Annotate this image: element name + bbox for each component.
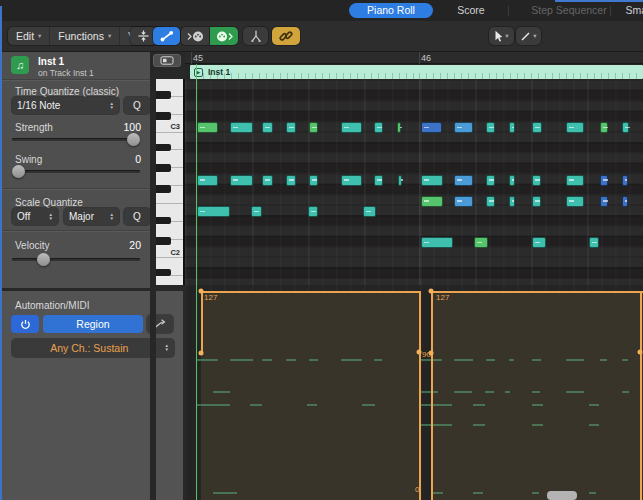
automation-lane[interactable]: 127127900 xyxy=(185,285,643,500)
midi-note[interactable] xyxy=(262,175,273,186)
midi-note[interactable] xyxy=(309,175,318,186)
tab-piano-roll[interactable]: Piano Roll xyxy=(349,3,433,18)
automation-point[interactable] xyxy=(199,289,204,294)
midi-note[interactable] xyxy=(286,122,297,133)
tab-score[interactable]: Score xyxy=(441,3,501,18)
scrollbar-thumb[interactable] xyxy=(547,491,577,500)
midi-note[interactable] xyxy=(486,122,496,133)
swing-slider-thumb[interactable] xyxy=(12,165,25,178)
midi-note[interactable] xyxy=(600,122,609,133)
midi-note[interactable] xyxy=(474,237,488,248)
midi-note[interactable] xyxy=(363,206,377,217)
midi-note[interactable] xyxy=(286,175,297,186)
midi-note[interactable] xyxy=(197,206,230,217)
automation-region-right-edge[interactable] xyxy=(640,291,642,500)
piano-key-black[interactable] xyxy=(156,269,171,276)
automation-point[interactable] xyxy=(417,350,422,355)
automation-region-left-edge[interactable] xyxy=(431,291,433,500)
link-button[interactable] xyxy=(272,27,300,45)
midi-note[interactable] xyxy=(566,175,585,186)
midi-note[interactable] xyxy=(566,122,585,133)
midi-note[interactable] xyxy=(486,175,495,186)
bar-ruler[interactable]: 4546 xyxy=(185,52,643,64)
midi-note[interactable] xyxy=(230,175,253,186)
time-quantize-select[interactable]: 1/16 Note ▲▼ xyxy=(12,97,119,114)
pencil-tool-button[interactable]: ▾ xyxy=(516,27,541,45)
menu-functions[interactable]: Functions▾ xyxy=(50,27,120,45)
automation-point[interactable] xyxy=(429,289,434,294)
piano-key-black[interactable] xyxy=(156,91,171,98)
no-overlap-button[interactable] xyxy=(243,27,268,45)
automation-region-fill[interactable] xyxy=(201,291,419,500)
scale-root-select[interactable]: Off ▲▼ xyxy=(12,208,58,225)
midi-out-button[interactable] xyxy=(209,27,238,45)
midi-note[interactable] xyxy=(308,206,318,217)
pointer-tool-button[interactable]: ▾ xyxy=(489,27,514,45)
midi-note[interactable] xyxy=(454,175,473,186)
automation-region-left-edge[interactable] xyxy=(201,291,203,353)
swing-slider[interactable] xyxy=(12,170,140,173)
tab-step-sequencer[interactable]: Step Sequencer xyxy=(514,3,624,18)
region-strip[interactable]: ▶ Inst 1 xyxy=(190,65,643,79)
midi-note[interactable] xyxy=(532,237,546,248)
midi-note[interactable] xyxy=(600,175,608,186)
piano-keyboard[interactable]: C3C2 xyxy=(156,79,185,285)
time-quantize-apply-button[interactable]: Q xyxy=(124,97,150,114)
piano-key-black[interactable] xyxy=(156,185,171,192)
midi-note[interactable] xyxy=(421,175,443,186)
automation-value-line[interactable] xyxy=(431,291,643,293)
velocity-slider-thumb[interactable] xyxy=(37,253,50,266)
scale-type-select[interactable]: Major ▲▼ xyxy=(64,208,119,225)
midi-note[interactable] xyxy=(197,122,218,133)
scale-quantize-apply-button[interactable]: Q xyxy=(124,208,150,225)
midi-note[interactable] xyxy=(532,175,541,186)
midi-in-button[interactable] xyxy=(181,27,209,45)
midi-note[interactable] xyxy=(341,175,363,186)
menu-edit[interactable]: Edit▾ xyxy=(8,27,50,45)
strength-slider[interactable] xyxy=(12,138,140,141)
piano-key-black[interactable] xyxy=(156,112,171,119)
note-grid[interactable] xyxy=(185,79,643,285)
midi-note[interactable] xyxy=(532,122,542,133)
midi-note[interactable] xyxy=(397,122,401,133)
midi-note[interactable] xyxy=(230,122,253,133)
midi-note[interactable] xyxy=(532,196,541,207)
midi-note[interactable] xyxy=(509,196,515,207)
midi-note[interactable] xyxy=(600,196,608,207)
midi-note[interactable] xyxy=(374,175,383,186)
midi-note[interactable] xyxy=(341,122,362,133)
automation-power-button[interactable] xyxy=(11,315,39,333)
midi-note[interactable] xyxy=(374,122,384,133)
midi-note[interactable] xyxy=(589,237,599,248)
automation-region-button[interactable]: Region xyxy=(43,315,143,333)
strength-slider-thumb[interactable] xyxy=(127,133,140,146)
playhead[interactable] xyxy=(196,64,198,500)
piano-key-black[interactable] xyxy=(156,217,171,224)
automation-value-line[interactable] xyxy=(201,291,419,293)
midi-note[interactable] xyxy=(454,122,473,133)
midi-note[interactable] xyxy=(309,122,319,133)
midi-note[interactable] xyxy=(421,122,442,133)
midi-note[interactable] xyxy=(421,237,453,248)
automation-point[interactable] xyxy=(199,351,204,356)
midi-note[interactable] xyxy=(622,196,629,207)
midi-note[interactable] xyxy=(197,175,218,186)
piano-key-black[interactable] xyxy=(156,144,171,151)
velocity-slider[interactable] xyxy=(12,258,140,261)
midi-note[interactable] xyxy=(622,175,629,186)
details-toggle-button[interactable] xyxy=(153,54,181,67)
midi-note[interactable] xyxy=(486,196,495,207)
midi-note[interactable] xyxy=(454,196,473,207)
midi-draw-button[interactable] xyxy=(153,27,180,45)
piano-key-black[interactable] xyxy=(156,164,171,171)
midi-note[interactable] xyxy=(566,196,585,207)
midi-note[interactable] xyxy=(509,175,515,186)
midi-note[interactable] xyxy=(421,196,443,207)
midi-note[interactable] xyxy=(398,175,402,186)
midi-note[interactable] xyxy=(509,122,515,133)
tab-smart-t[interactable]: Smart T xyxy=(614,3,643,18)
piano-key-black[interactable] xyxy=(156,237,171,244)
automation-point[interactable] xyxy=(638,350,643,355)
automation-region-right-edge[interactable] xyxy=(419,291,421,500)
automation-region-fill[interactable] xyxy=(431,291,643,500)
